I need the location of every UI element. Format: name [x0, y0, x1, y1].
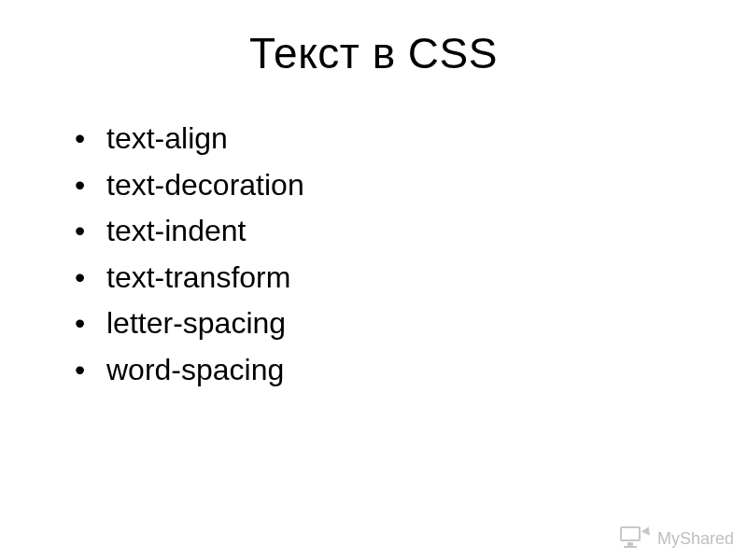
presentation-share-icon — [618, 526, 650, 551]
list-item: letter-spacing — [75, 301, 691, 347]
watermark: MyShared — [618, 526, 734, 551]
slide: Текст в CSS text-align text-decoration t… — [0, 0, 747, 560]
list-item: text-transform — [75, 255, 691, 301]
list-item: word-spacing — [75, 347, 691, 394]
slide-title: Текст в CSS — [56, 28, 691, 78]
watermark-text: MyShared — [657, 529, 734, 549]
bullet-list: text-align text-decoration text-indent t… — [56, 116, 691, 394]
list-item: text-align — [75, 116, 691, 162]
list-item: text-indent — [75, 208, 691, 255]
list-item: text-decoration — [75, 162, 691, 209]
